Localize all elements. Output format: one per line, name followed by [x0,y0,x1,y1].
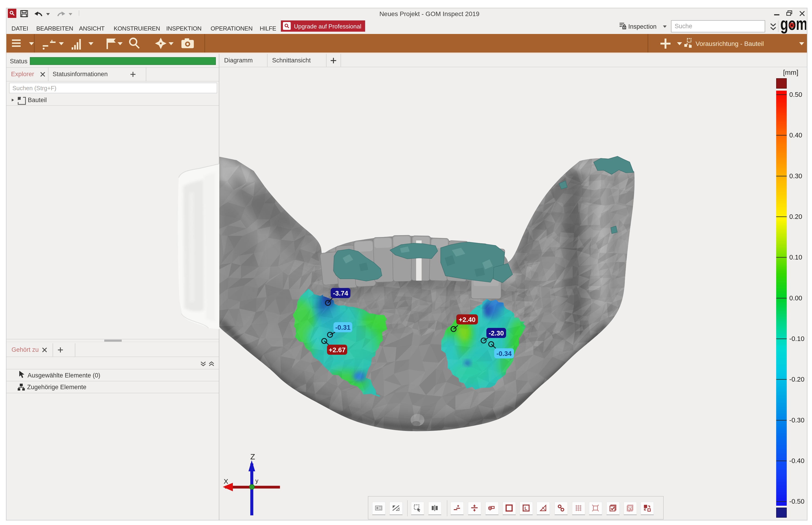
svg-text:Vorausrichtung - Bauteil: Vorausrichtung - Bauteil [696,40,764,47]
svg-text:L: L [524,506,527,511]
svg-text:m: m [796,14,806,33]
svg-text:g: g [780,14,788,33]
svg-text:X: X [224,478,228,485]
svg-text:Z: Z [250,452,255,461]
svg-text:y: y [255,477,258,484]
